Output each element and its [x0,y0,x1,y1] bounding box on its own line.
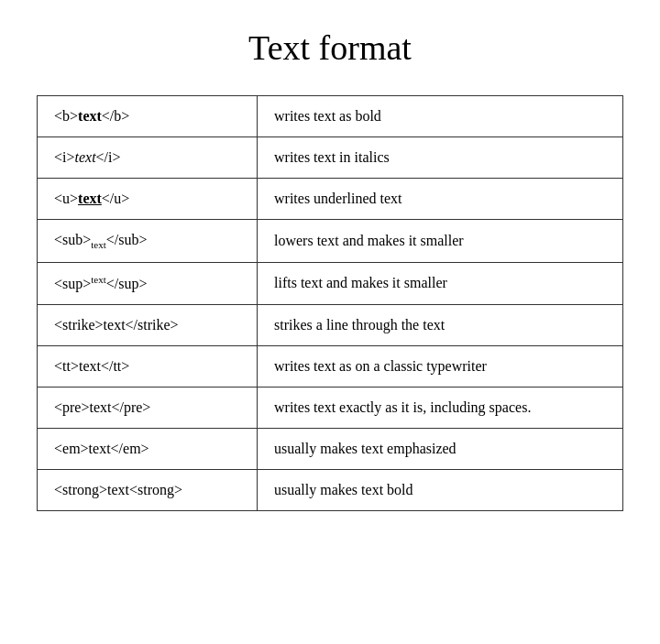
table-row: <sub>text</sub> lowers text and makes it… [38,220,623,263]
description-text: strikes a line through the text [274,317,445,333]
description-text: usually makes text emphasized [274,441,456,456]
tag-display: <em>text</em> [54,441,149,456]
table-row: <i>text</i> writes text in italics [38,137,623,179]
tag-cell: <sup>text</sup> [38,262,258,304]
tag-display: <sup>text</sup> [54,276,148,291]
description-text: lowers text and makes it smaller [274,233,464,248]
description-cell: usually makes text bold [258,470,623,511]
tag-display: <strong>text<strong> [54,482,182,497]
description-cell: writes text as bold [258,96,623,137]
description-cell: writes text as on a classic typewriter [258,346,623,387]
tag-cell: <sub>text</sub> [38,220,258,263]
table-row: <em>text</em> usually makes text emphasi… [38,429,623,470]
tag-cell: <tt>text</tt> [38,346,258,387]
tag-display: <sub>text</sub> [54,232,148,247]
description-cell: usually makes text emphasized [258,429,623,470]
tag-display: <i>text</i> [54,149,121,165]
tag-display: <u>text</u> [54,191,129,206]
tag-cell: <strike>text</strike> [38,305,258,346]
table-row: <tt>text</tt> writes text as on a classi… [38,346,623,387]
description-cell: writes underlined text [258,179,623,220]
tag-display: <tt>text</tt> [54,358,129,374]
description-text: usually makes text bold [274,482,413,497]
tag-cell: <pre>text</pre> [38,387,258,429]
tag-cell: <u>text</u> [38,179,258,220]
description-text: lifts text and makes it smaller [274,275,447,290]
description-text: writes text in italics [274,149,390,165]
table-row: <strong>text<strong> usually makes text … [38,470,623,511]
description-cell: strikes a line through the text [258,305,623,346]
tag-display: <pre>text</pre> [54,399,150,415]
table-row: <b>text</b> writes text as bold [38,96,623,137]
page-title: Text format [37,27,623,68]
tag-cell: <em>text</em> [38,429,258,470]
description-cell: lowers text and makes it smaller [258,220,623,263]
description-text: writes text exactly as it is, including … [274,399,531,415]
tag-display: <strike>text</strike> [54,317,179,333]
tag-cell: <i>text</i> [38,137,258,179]
description-text: writes text as on a classic typewriter [274,358,487,374]
table-row: <sup>text</sup> lifts text and makes it … [38,262,623,304]
table-row: <pre>text</pre> writes text exactly as i… [38,387,623,429]
tag-cell: <b>text</b> [38,96,258,137]
description-text: writes underlined text [274,191,402,206]
table-row: <strike>text</strike> strikes a line thr… [38,305,623,346]
tag-display: <b>text</b> [54,108,129,124]
tag-cell: <strong>text<strong> [38,470,258,511]
table-row: <u>text</u> writes underlined text [38,179,623,220]
format-table: <b>text</b> writes text as bold <i>text<… [37,95,623,511]
description-cell: writes text exactly as it is, including … [258,387,623,429]
description-cell: writes text in italics [258,137,623,179]
description-cell: lifts text and makes it smaller [258,262,623,304]
page-container: Text format <b>text</b> writes text as b… [0,0,660,644]
description-text: writes text as bold [274,108,381,124]
